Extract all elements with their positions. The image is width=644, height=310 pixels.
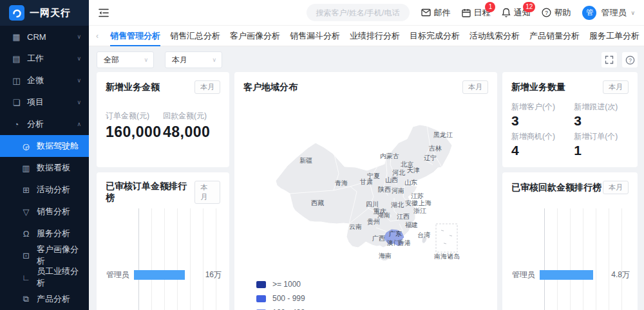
app-logo[interactable]: 一网天行 [0,0,89,26]
province-label-河南: 河南 [392,187,404,194]
stat-value: 3 [574,113,629,129]
activity-icon: ⊞ [21,185,31,195]
stat-value: 3 [511,113,574,129]
province-label-甘肃: 甘肃 [360,178,373,185]
sidebar-item-customer-portrait[interactable]: ⊡ 客户画像分析 [0,244,89,266]
chevron-up-icon: ∧ [77,121,81,127]
sidebar-item-wecom[interactable]: ◫ 企微 ∨ [0,69,89,91]
province-label-台湾: 台湾 [417,232,430,239]
scope-select-value: 全部 [104,55,119,66]
portrait-icon: ⊡ [21,251,31,260]
chevron-down-icon: ∨ [630,10,635,16]
search-input[interactable] [307,4,410,21]
fullscreen-button[interactable] [601,52,617,68]
province-label-江西: 江西 [397,213,410,220]
sidebar-item-activity-analysis[interactable]: ⊞ 活动分析 [0,179,89,201]
province-label-南海诸岛: 南海诸岛 [434,253,460,260]
tab-sales-summary[interactable]: 销售汇总分析 [170,26,220,46]
card-payment-amount-rank: 已审核回款金额排行榜 本月 管理员 4.8万 [502,172,638,310]
calendar-badge: 1 [485,2,495,12]
calendar-icon [462,8,471,17]
province-label-山西: 山西 [385,176,398,183]
sidebar-item-label: 数据驾驶舱 [37,140,79,152]
sidebar-item-data-cockpit[interactable]: ◶ 数据驾驶舱 [0,135,89,157]
bell-icon [502,8,511,17]
order-rank-chart: 管理员 16万 [103,208,224,310]
funnel-icon: ▽ [21,207,31,217]
mail-label: 邮件 [433,7,450,19]
period-badge: 本月 [194,181,220,204]
province-label-内蒙古: 内蒙古 [380,152,399,160]
china-mainland-shape [276,125,452,248]
province-label-吉林: 吉林 [429,145,442,152]
island-dashes [441,230,452,244]
province-label-陕西: 陕西 [378,186,391,193]
sidebar-item-label: 产品分析 [37,293,70,305]
province-label-贵州: 贵州 [367,218,380,225]
stat-label: 回款金额(元) [163,111,220,122]
tab-sales-funnel[interactable]: 销售漏斗分析 [290,26,340,46]
sidebar-item-label: 分析 [27,118,44,130]
province-label-海南: 海南 [379,252,392,259]
user-menu[interactable]: 管 管理员 ∨ [582,6,635,20]
bar [540,270,593,280]
tab-service-orders[interactable]: 服务工单分析 [589,26,639,46]
sidebar-item-work[interactable]: ▤ 工作 ∨ [0,48,89,69]
scope-select[interactable]: 全部 ∨ [97,51,154,68]
province-label-湖北: 湖北 [391,201,404,208]
stat-value: 4 [511,143,574,158]
province-label-广西: 广西 [372,235,385,242]
period-badge: 本月 [603,181,629,194]
province-label-河北: 河北 [392,169,406,176]
chevron-down-icon: ∨ [77,99,81,105]
sidebar-item-label: 客户画像分析 [37,244,81,267]
card-title: 新增业务数量 [511,82,565,93]
sidebar-item-crm[interactable]: ▦ CRM ∨ [0,26,89,48]
main-area: ‹ 销售管理分析 销售汇总分析 客户画像分析 销售漏斗分析 业绩排行分析 目标完… [89,26,644,310]
tabs-scroll-left-icon[interactable]: ‹ [94,32,100,41]
dashboard-content: 全部 ∨ 本月 ∨ [89,46,644,310]
menu-fold-icon[interactable] [98,8,109,18]
sidebar-item-data-board[interactable]: ▥ 数据看板 [0,157,89,179]
bar [134,270,185,280]
sidebar-item-label: 工作 [27,53,44,64]
wecom-icon: ◫ [12,76,21,86]
question-circle-icon: ? [542,8,551,17]
sidebar-item-service-analysis[interactable]: Ω 服务分析 [0,223,89,244]
notifications-button[interactable]: 通知 12 [502,7,530,19]
mail-icon [421,8,431,17]
bar-track [540,270,608,280]
tab-performance-rank[interactable]: 业绩排行分析 [350,26,400,46]
help-button[interactable]: ? 帮助 [542,7,571,19]
sidebar-item-product-analysis[interactable]: ⧉ 产品分析 [0,288,89,310]
calendar-button[interactable]: 日程 1 [462,7,490,19]
period-badge: 本月 [194,80,220,94]
stat-label: 新增客户(个) [511,102,574,113]
logo-icon [9,5,24,21]
sidebar-item-analysis[interactable]: ◔ 分析 ∧ [0,113,89,135]
sidebar-item-label: 服务分析 [37,228,70,239]
tab-target-completion[interactable]: 目标完成分析 [410,26,460,46]
tab-bar: ‹ 销售管理分析 销售汇总分析 客户画像分析 销售漏斗分析 业绩排行分析 目标完… [89,26,644,46]
user-name: 管理员 [601,7,626,19]
period-select[interactable]: 本月 ∨ [165,51,222,68]
card-title: 已审核回款金额排行榜 [511,182,601,194]
tab-customer-portrait[interactable]: 客户画像分析 [230,26,280,46]
mail-button[interactable]: 邮件 [421,7,450,19]
stat-value: 48,000 [163,123,220,141]
china-map[interactable]: 黑龙江吉林辽宁内蒙古北京天津河北山西山东宁夏甘肃青海新疆陕西河南江苏西藏四川重庆… [237,89,495,305]
chevron-down-icon: ∨ [77,55,81,62]
sidebar-item-staff-performance[interactable]: ∟ 员工业绩分析 [0,266,89,288]
tab-sales-management[interactable]: 销售管理分析 [110,26,160,46]
product-icon: ⧉ [21,294,31,304]
south-china-sea-inset [436,224,457,252]
help-circle-button[interactable]: ? [622,52,638,68]
period-select-value: 本月 [172,55,187,66]
sidebar-item-project[interactable]: ❏ 项目 ∨ [0,91,89,113]
tab-product-sales[interactable]: 产品销量分析 [529,26,580,46]
sidebar-item-label: 活动分析 [37,184,70,196]
sidebar-item-sales-analysis[interactable]: ▽ 销售分析 [0,201,89,223]
tab-activity-leads[interactable]: 活动线索分析 [469,26,520,46]
province-label-福建: 福建 [405,221,418,228]
chevron-down-icon: ∨ [77,33,81,40]
